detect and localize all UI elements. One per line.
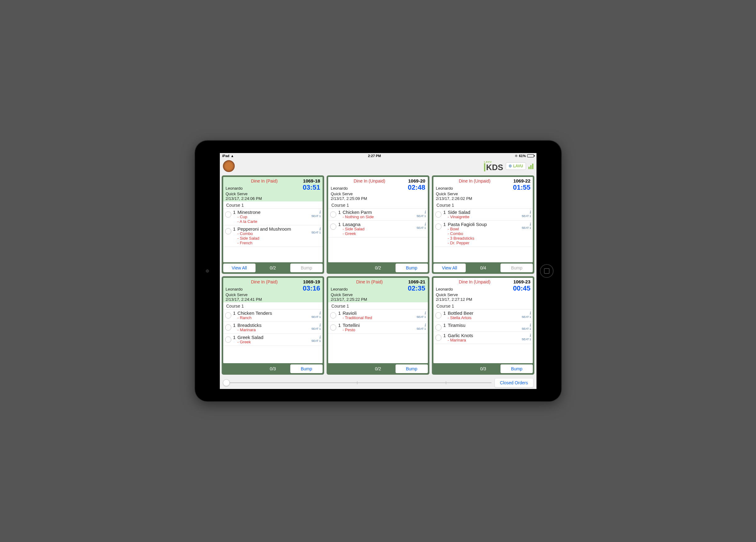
pagination-slider[interactable]	[223, 382, 492, 383]
ticket-status: Dine In (Unpaid)	[331, 178, 408, 183]
info-icon[interactable]: i	[522, 210, 531, 215]
ticket-item[interactable]: 1Greek Salad- GreekiSEAT 1	[223, 334, 323, 346]
info-icon[interactable]: i	[522, 333, 531, 338]
ticket-item[interactable]: 1Ravioli- Traditional RediSEAT 1	[328, 309, 428, 322]
item-qty: 1	[443, 323, 446, 328]
ticket-item[interactable]: 1Lasagna- Side Salad- GreekiSEAT 1	[328, 221, 428, 237]
course-label: Course 1	[328, 302, 428, 309]
item-checkbox[interactable]	[435, 312, 441, 318]
ticket-items: 1Side Salad- VinaigretteiSEAT 11Pasta Fa…	[433, 209, 533, 262]
ticket-footer: View All0/2Bump	[223, 262, 323, 272]
course-label: Course 1	[328, 201, 428, 209]
ticket-header[interactable]: Dine In (Paid)1069-18Leonardo03:51Quick …	[223, 177, 323, 201]
view-all-button[interactable]: View All	[433, 264, 466, 272]
item-checkbox[interactable]	[435, 211, 441, 218]
bump-button[interactable]: Bump	[290, 364, 323, 373]
item-qty: 1	[338, 310, 341, 316]
info-icon[interactable]: i	[522, 222, 531, 227]
slider-thumb[interactable]	[223, 379, 230, 386]
ticket-status: Dine In (Unpaid)	[436, 279, 514, 284]
ticket-header[interactable]: Dine In (Unpaid)1069-22Leonardo01:55Quic…	[433, 177, 533, 201]
view-all-button[interactable]: View All	[223, 264, 256, 272]
ticket-header[interactable]: Dine In (Unpaid)1069-20Leonardo02:48Quic…	[328, 177, 428, 201]
ticket-status: Dine In (Unpaid)	[436, 178, 514, 183]
item-checkbox[interactable]	[435, 324, 441, 331]
ticket-server: Leonardo	[331, 287, 408, 291]
item-checkbox[interactable]	[225, 211, 231, 218]
ticket-item[interactable]: 1Pepperoni and Mushroom- Combo- Side Sal…	[223, 225, 323, 247]
item-qty: 1	[233, 210, 236, 215]
ticket-item[interactable]: 1TiramisuiSEAT 1	[433, 322, 533, 332]
ticket-server: Leonardo	[226, 287, 303, 291]
course-label: Course 1	[223, 302, 323, 309]
restaurant-logo[interactable]	[223, 160, 235, 172]
ticket-item[interactable]: 1Minestrone- Cup- A la CarteiSEAT 1	[223, 209, 323, 225]
ipad-frame: iPad ▲ 2:27 PM ✱ 61% LAVU KDS ⚙ LAVU	[195, 141, 561, 401]
ipad-home-button[interactable]	[540, 264, 554, 278]
screen: iPad ▲ 2:27 PM ✱ 61% LAVU KDS ⚙ LAVU	[220, 153, 536, 389]
gear-icon: ⚙	[509, 164, 512, 168]
item-name: Ravioli	[343, 310, 357, 316]
closed-orders-button[interactable]: Closed Orders	[495, 378, 533, 387]
ticket-header[interactable]: Dine In (Paid)1069-21Leonardo02:35Quick …	[328, 278, 428, 302]
item-checkbox[interactable]	[225, 312, 231, 318]
ticket-type: Quick Serve	[226, 292, 320, 297]
info-icon[interactable]: i	[311, 226, 321, 232]
item-checkbox[interactable]	[330, 224, 336, 230]
ticket-server: Leonardo	[436, 287, 513, 291]
ticket-header[interactable]: Dine In (Unpaid)1069-23Leonardo00:45Quic…	[433, 278, 533, 302]
info-icon[interactable]: i	[311, 323, 321, 328]
item-qty: 1	[233, 226, 236, 232]
ticket-item[interactable]: 1Chicken Tenders- RanchiSEAT 1	[223, 309, 323, 322]
ticket-item[interactable]: 1Garlic Knots- MarinaraiSEAT 1	[433, 332, 533, 344]
item-qty: 1	[338, 222, 341, 227]
item-checkbox[interactable]	[435, 335, 441, 341]
item-modifier: - Side Salad	[342, 227, 414, 232]
ticket-timestamp: 2/13/17, 2:25:09 PM	[331, 196, 425, 201]
lavu-settings-button[interactable]: ⚙ LAVU	[506, 162, 526, 170]
seat-label: SEAT 1	[417, 327, 426, 331]
ticket-item[interactable]: 1Breadsticks- MarinaraiSEAT 1	[223, 322, 323, 334]
ticket-type: Quick Serve	[331, 292, 425, 297]
ticket-item[interactable]: 1Side Salad- VinaigretteiSEAT 1	[433, 209, 533, 221]
info-icon[interactable]: i	[522, 310, 531, 316]
battery-icon	[527, 154, 534, 157]
item-checkbox[interactable]	[435, 224, 441, 230]
bump-button[interactable]: Bump	[396, 364, 428, 373]
bump-button[interactable]: Bump	[500, 364, 533, 373]
item-count: 0/2	[362, 366, 394, 371]
info-icon[interactable]: i	[311, 335, 321, 340]
info-icon[interactable]: i	[417, 222, 426, 227]
item-checkbox[interactable]	[330, 324, 336, 331]
ticket-timer: 01:55	[513, 183, 530, 192]
ticket-item[interactable]: 1Tortellini- PestoiSEAT 1	[328, 322, 428, 334]
ticket-item[interactable]: 1Chicken Parm- Nothing on SideiSEAT 1	[328, 209, 428, 221]
ticket-order-id: 1069-22	[513, 178, 530, 183]
ticket-card: Dine In (Paid)1069-21Leonardo02:35Quick …	[327, 276, 429, 375]
info-icon[interactable]: i	[417, 323, 426, 328]
item-checkbox[interactable]	[225, 324, 231, 331]
ticket-order-id: 1069-23	[513, 279, 530, 284]
info-icon[interactable]: i	[417, 310, 426, 316]
item-checkbox[interactable]	[330, 312, 336, 318]
ticket-header[interactable]: Dine In (Paid)1069-19Leonardo03:16Quick …	[223, 278, 323, 302]
item-name: Chicken Tenders	[238, 310, 272, 316]
info-icon[interactable]: i	[522, 323, 531, 328]
ticket-items: 1Chicken Parm- Nothing on SideiSEAT 11La…	[328, 209, 428, 262]
info-icon[interactable]: i	[311, 310, 321, 316]
seat-label: SEAT 1	[417, 316, 426, 319]
item-checkbox[interactable]	[225, 336, 231, 343]
info-icon[interactable]: i	[417, 210, 426, 215]
item-qty: 1	[443, 333, 446, 338]
item-name: Greek Salad	[238, 335, 263, 340]
ticket-item[interactable]: 1Pasta Fagioli Soup- Bowl- Combo- 3 Brea…	[433, 221, 533, 247]
ticket-item[interactable]: 1Bottled Beer- Stella ArtoisiSEAT 1	[433, 309, 533, 322]
tickets-grid: Dine In (Paid)1069-18Leonardo03:51Quick …	[220, 174, 536, 377]
bump-button[interactable]: Bump	[396, 264, 428, 272]
item-modifier: - Ranch	[238, 316, 310, 320]
device-label: iPad	[222, 154, 229, 158]
item-checkbox[interactable]	[330, 211, 336, 218]
ticket-card: Dine In (Paid)1069-19Leonardo03:16Quick …	[222, 276, 324, 375]
info-icon[interactable]: i	[311, 210, 321, 215]
item-checkbox[interactable]	[225, 228, 231, 234]
